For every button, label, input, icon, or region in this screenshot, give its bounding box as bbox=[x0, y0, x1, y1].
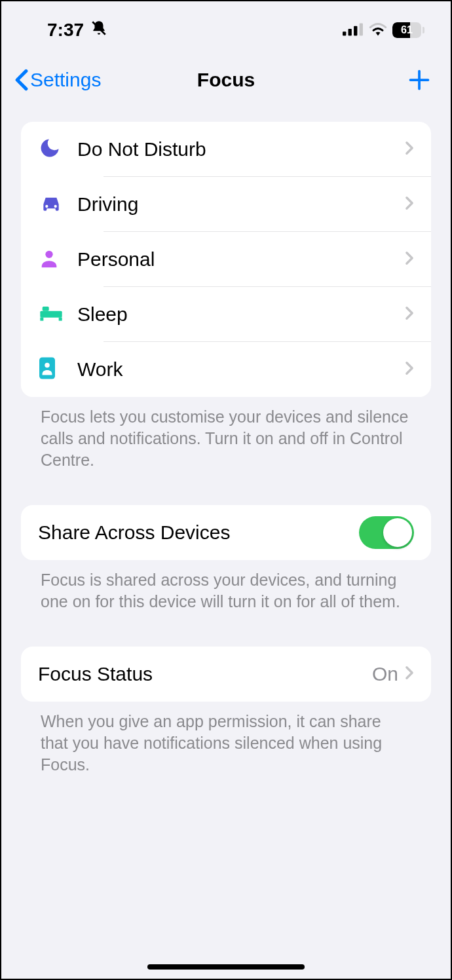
plus-icon bbox=[407, 68, 431, 92]
share-toggle[interactable] bbox=[359, 516, 414, 549]
share-across-devices-row: Share Across Devices bbox=[21, 505, 431, 560]
chevron-right-icon bbox=[405, 196, 414, 213]
chevron-right-icon bbox=[405, 306, 414, 323]
svg-rect-1 bbox=[343, 31, 346, 35]
car-icon bbox=[38, 192, 64, 217]
focus-item-label: Personal bbox=[77, 248, 405, 271]
nav-bar: Settings Focus bbox=[1, 47, 451, 106]
focus-item-label: Driving bbox=[77, 193, 405, 216]
focus-status-footer: When you give an app permission, it can … bbox=[21, 702, 431, 776]
focus-status-row[interactable]: Focus Status On bbox=[21, 647, 431, 702]
share-footer: Focus is shared across your devices, and… bbox=[21, 560, 431, 612]
focus-item-do-not-disturb[interactable]: Do Not Disturb bbox=[21, 122, 431, 177]
focus-item-work[interactable]: Work bbox=[21, 342, 431, 397]
svg-rect-4 bbox=[360, 23, 363, 35]
wifi-icon bbox=[369, 20, 387, 41]
moon-icon bbox=[38, 136, 62, 162]
person-icon bbox=[38, 247, 60, 272]
chevron-right-icon bbox=[405, 666, 414, 683]
svg-rect-10 bbox=[59, 318, 62, 321]
focus-item-label: Work bbox=[77, 358, 405, 381]
chevron-left-icon bbox=[14, 69, 29, 91]
svg-point-6 bbox=[54, 205, 57, 208]
back-button[interactable]: Settings bbox=[14, 69, 101, 91]
add-button[interactable] bbox=[406, 68, 432, 92]
silent-icon bbox=[90, 20, 107, 41]
svg-rect-3 bbox=[354, 26, 357, 36]
svg-rect-9 bbox=[40, 318, 43, 321]
focus-modes-list: Do Not Disturb Driving Personal Sleep bbox=[21, 122, 431, 397]
share-label: Share Across Devices bbox=[38, 521, 359, 544]
svg-rect-8 bbox=[40, 311, 62, 318]
share-group: Share Across Devices bbox=[21, 505, 431, 560]
page-title: Focus bbox=[197, 69, 255, 91]
chevron-right-icon bbox=[405, 251, 414, 268]
battery-icon: 61 bbox=[392, 22, 424, 38]
focus-status-value: On bbox=[372, 663, 398, 685]
focus-status-label: Focus Status bbox=[38, 663, 372, 685]
back-label: Settings bbox=[30, 69, 101, 91]
focus-status-group: Focus Status On bbox=[21, 647, 431, 702]
cellular-icon bbox=[343, 20, 364, 41]
focus-item-sleep[interactable]: Sleep bbox=[21, 287, 431, 342]
badge-icon bbox=[38, 356, 56, 383]
svg-rect-11 bbox=[43, 307, 49, 311]
focus-item-personal[interactable]: Personal bbox=[21, 232, 431, 287]
chevron-right-icon bbox=[405, 361, 414, 378]
status-bar: 7:37 61 bbox=[1, 1, 451, 47]
svg-point-5 bbox=[45, 205, 48, 208]
svg-point-13 bbox=[45, 363, 50, 368]
svg-point-7 bbox=[45, 251, 52, 258]
home-indicator[interactable] bbox=[147, 964, 305, 970]
status-time: 7:37 bbox=[47, 20, 84, 41]
focus-item-label: Do Not Disturb bbox=[77, 138, 405, 160]
focus-item-driving[interactable]: Driving bbox=[21, 177, 431, 232]
svg-rect-2 bbox=[348, 29, 352, 36]
focus-item-label: Sleep bbox=[77, 303, 405, 326]
svg-rect-12 bbox=[39, 358, 55, 379]
bed-icon bbox=[38, 304, 64, 325]
focus-modes-footer: Focus lets you customise your devices an… bbox=[21, 397, 431, 471]
chevron-right-icon bbox=[405, 141, 414, 158]
